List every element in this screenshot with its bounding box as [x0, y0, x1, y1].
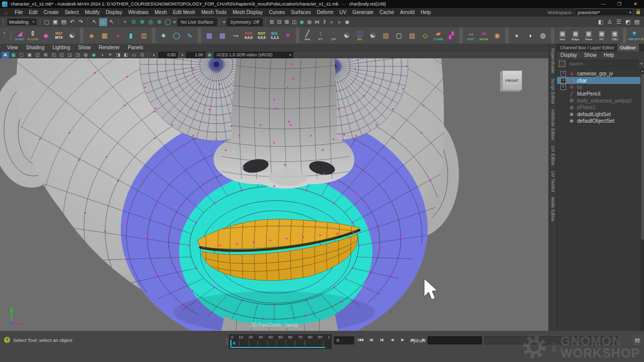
step-back-key-button[interactable]: |◀ — [376, 335, 386, 344]
shelf-pole-burst[interactable]: ☀ — [281, 28, 294, 43]
shelf-sphere-magenta[interactable]: ● — [111, 28, 124, 43]
menu-item[interactable]: Arnold — [397, 10, 418, 15]
panel-menu-item[interactable]: Renderer — [95, 45, 124, 50]
textured-icon[interactable]: ◑ — [98, 52, 106, 58]
shelf-toggle-c[interactable]: ☯ — [366, 28, 379, 43]
close-button[interactable]: ✕ — [629, 0, 642, 8]
cut-icon[interactable]: ⋈ — [313, 18, 320, 26]
play-forwards-button[interactable]: ▶ — [397, 335, 408, 344]
expand-icon[interactable]: + — [560, 71, 566, 76]
symmetry-arrow[interactable]: ▾ — [223, 19, 225, 25]
shelf-barrel[interactable]: ▥ — [137, 28, 150, 43]
shelf-blendshape[interactable]: ◫ BS — [353, 28, 366, 43]
shelf-pentagon[interactable]: ◆ — [39, 28, 52, 43]
character-mesh[interactable]: 2D Pan/Zoom : persp — [0, 58, 548, 331]
arrow-a-icon[interactable]: ▹ — [329, 18, 336, 26]
editor-tab[interactable]: UV Toolkit — [550, 171, 555, 192]
editor-tab[interactable]: Node Editor — [550, 197, 555, 222]
menu-item[interactable]: Mesh — [151, 10, 170, 15]
shelf-cylinder-cyan[interactable]: ▮ — [124, 28, 137, 43]
shelf-lattice-a[interactable]: ▩ — [203, 28, 216, 43]
panel-menu-item[interactable]: Shading — [22, 45, 49, 50]
bookmark-icon[interactable]: ▢ — [18, 52, 25, 58]
paint-select-icon[interactable]: ↖ — [108, 18, 116, 26]
shelf-sep-2[interactable] — [152, 28, 155, 43]
shelf-sel-obj[interactable]: ▣ OBJ — [608, 28, 621, 43]
exposure-field[interactable]: 0.00 — [158, 52, 178, 58]
shelf-rot[interactable]: ROT 0,0,0 — [255, 28, 268, 43]
save-scene-icon[interactable]: ▤ — [60, 18, 68, 26]
editor-tab[interactable]: UV Editor — [550, 146, 555, 166]
shelf-cage[interactable]: ▢ — [392, 28, 406, 43]
image-plane-icon[interactable]: ▣ — [26, 52, 33, 58]
tab-channel-box[interactable]: Channel Box / Layer Editor — [557, 44, 617, 51]
shelf-sep-6[interactable] — [505, 28, 509, 43]
shelf-pos[interactable]: POS 0,0,0 — [242, 28, 255, 43]
outliner-scrollbar[interactable]: ▲ — [640, 69, 644, 331]
current-frame-marker[interactable]: 0 — [230, 340, 236, 346]
shelf-sep-1[interactable] — [80, 28, 84, 43]
shelf-dist[interactable]: ↔ DIST — [464, 28, 477, 43]
shelf-lattice-b[interactable]: ▩ — [216, 28, 229, 43]
lasso-tool-icon[interactable]: ◌ — [99, 18, 107, 26]
shelf-component[interactable]: ▨ — [406, 28, 419, 43]
shelf-sphere-wire[interactable]: ◍ — [536, 28, 549, 43]
shelf-mask[interactable]: ∞ MASK — [477, 28, 491, 43]
timeline-grip[interactable] — [225, 337, 228, 344]
toon-shader-icon[interactable]: ◍ — [306, 18, 313, 26]
field-chart-icon[interactable]: ◱ — [58, 52, 65, 58]
go-to-start-button[interactable]: |◀◀ — [355, 335, 365, 344]
make-live-icon[interactable]: ◯ — [164, 18, 172, 26]
shelf-curve-tool[interactable]: ∿ — [183, 28, 196, 43]
maximize-button[interactable]: ❐ — [613, 0, 626, 8]
gamma-field[interactable]: 1.00 — [186, 52, 205, 58]
search-filter-icon[interactable] — [559, 61, 565, 67]
snap-curve-icon[interactable]: ⊙ — [130, 18, 138, 26]
menu-item[interactable]: Create — [41, 10, 62, 15]
motion-blur-icon[interactable]: ▭ — [130, 52, 138, 58]
help-icon[interactable]: ? — [4, 337, 10, 343]
shelf-pink-squares[interactable]: ▞ — [445, 28, 458, 43]
menu-item[interactable]: File — [12, 10, 26, 15]
ao-icon[interactable]: ◧ — [122, 52, 130, 58]
shelf-poly-cubes[interactable]: ▦ — [98, 28, 111, 43]
view-transform-dropdown[interactable]: ACES 1.0 SDR-video (sRGB) — [214, 52, 293, 58]
shelf-star-handle[interactable]: ∗ — [157, 28, 170, 43]
shelf-tab-switcher[interactable]: ▾○ — [2, 32, 7, 39]
light-editor-icon[interactable]: ◉ — [298, 18, 305, 26]
menu-item[interactable]: Help — [418, 10, 434, 15]
render-icon[interactable]: ⊞ — [268, 18, 275, 26]
shelf-grip[interactable] — [10, 32, 12, 39]
editor-tab[interactable]: Script Editor — [550, 78, 555, 105]
tool-settings-icon[interactable]: ◩ — [624, 18, 632, 26]
undo-icon[interactable]: ↶ — [68, 18, 76, 26]
command-input[interactable] — [428, 336, 482, 344]
shelf-sep-5[interactable] — [459, 28, 463, 43]
shelf-sep-8[interactable] — [623, 28, 626, 43]
safe-action-icon[interactable]: ◲ — [66, 52, 73, 58]
shelf-rst-mtx[interactable]: RST MTX — [52, 28, 65, 43]
shelf-wrap-box[interactable]: ▤ — [379, 28, 392, 43]
select-camera-icon[interactable]: A — [2, 52, 9, 58]
step-back-frame-button[interactable]: |◀ — [366, 335, 376, 344]
outliner-item-cameras-grp[interactable]: + ⊕ cameras_grp_jv — [557, 70, 644, 77]
shelf-toggle-a[interactable]: ☯ — [65, 28, 78, 43]
workspace-value[interactable]: joaovictor* — [575, 9, 633, 16]
playback-range[interactable] — [230, 347, 325, 348]
shadows-icon[interactable]: ◨ — [114, 52, 122, 58]
pause-icon[interactable]: ‖ — [321, 18, 328, 26]
select-tool-icon[interactable]: ↖ — [91, 18, 99, 26]
channel-box-icon[interactable]: ▤ — [633, 18, 641, 26]
lights-icon[interactable]: ☀ — [106, 52, 114, 58]
scroll-up-icon[interactable]: ▲ — [640, 69, 644, 73]
search-options-icon[interactable]: ▾ — [640, 61, 642, 66]
snap-grid-icon[interactable]: ⌖ — [121, 18, 129, 26]
shelf-diamond-hollow[interactable]: ◇ — [419, 28, 432, 43]
shelf-toggle-b[interactable]: ☯ — [340, 28, 353, 43]
shelf-cp[interactable]: ↑ CP — [327, 28, 340, 43]
gate-mask-icon[interactable]: ◰ — [50, 52, 57, 58]
shelf-sel-face[interactable]: ▣ Face — [582, 28, 595, 43]
outliner-item-bs[interactable]: + ⊕ bs — [557, 84, 644, 90]
render-settings-icon[interactable]: ◫ — [291, 18, 298, 26]
menu-item[interactable]: Deform — [314, 10, 337, 15]
